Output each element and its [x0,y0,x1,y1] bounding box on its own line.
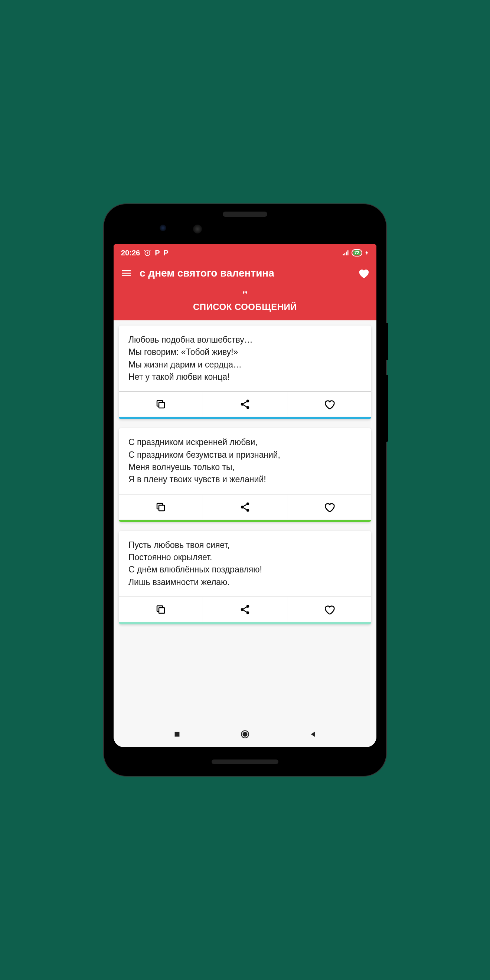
copy-button[interactable] [119,597,203,622]
message-card: Пусть любовь твоя сияет, Постоянно окрыл… [119,531,371,624]
share-button[interactable] [203,495,287,520]
share-button[interactable] [203,391,287,417]
copy-button[interactable] [119,391,203,417]
heart-icon [323,398,335,410]
like-button[interactable] [287,597,371,622]
charging-icon [364,250,369,256]
nav-home-icon[interactable] [240,729,250,739]
card-accent [119,417,371,419]
card-actions [119,494,371,520]
share-icon [239,399,251,410]
p-icon: P [164,249,169,257]
subheader: ❜❜ СПИСОК СООБЩЕНИЙ [114,285,376,320]
message-text: Пусть любовь твоя сияет, Постоянно окрыл… [119,531,371,597]
svg-point-3 [241,403,244,406]
share-icon [239,501,251,513]
phone-camera [193,224,202,234]
nav-recent-icon[interactable] [173,730,181,738]
svg-point-4 [247,406,250,409]
copy-icon [155,399,166,410]
p-icon: P [155,249,160,257]
app-title: с днем святого валентина [140,267,350,279]
nav-back-icon[interactable] [309,730,317,738]
phone-speaker [223,212,267,217]
svg-point-12 [247,611,250,614]
svg-point-7 [241,506,244,509]
message-text: С праздником искренней любви, С праздник… [119,428,371,494]
card-accent [119,622,371,624]
svg-point-10 [247,605,250,608]
like-button[interactable] [287,391,371,417]
nav-bar [114,721,376,747]
side-button [386,323,388,360]
side-button [386,375,388,442]
menu-icon[interactable] [120,267,132,279]
quote-icon: ❜❜ [114,290,376,299]
card-actions [119,391,371,417]
svg-rect-5 [159,505,164,511]
svg-point-8 [247,509,250,512]
phone-camera [160,224,166,231]
like-button[interactable] [287,495,371,520]
message-card: Любовь подобна волшебству… Мы говорим: «… [119,326,371,419]
svg-point-6 [247,502,250,505]
signal-icon [342,249,349,256]
card-accent [119,520,371,522]
share-icon [239,604,251,615]
svg-rect-1 [159,402,164,408]
share-button[interactable] [203,597,287,622]
card-actions [119,597,371,622]
subheader-title: СПИСОК СООБЩЕНИЙ [114,302,376,312]
message-list[interactable]: Любовь подобна волшебству… Мы говорим: «… [114,320,376,721]
svg-rect-13 [175,732,179,737]
app-bar: с днем святого валентина [114,262,376,285]
message-text: Любовь подобна волшебству… Мы говорим: «… [119,326,371,391]
status-bar: 20:26 P P 72 [114,244,376,262]
copy-icon [155,604,166,615]
message-card: С праздником искренней любви, С праздник… [119,428,371,522]
svg-point-2 [247,400,250,403]
copy-icon [155,501,166,513]
favorites-icon[interactable] [357,267,370,280]
phone-frame: 20:26 P P 72 [104,204,386,776]
copy-button[interactable] [119,495,203,520]
svg-point-11 [241,608,244,611]
battery-icon: 72 [352,249,362,256]
heart-icon [323,604,335,616]
svg-rect-9 [159,608,164,613]
heart-icon [323,501,335,513]
svg-point-15 [243,732,247,737]
alarm-icon [144,249,151,256]
phone-speaker [212,759,278,764]
status-time: 20:26 [121,249,140,257]
